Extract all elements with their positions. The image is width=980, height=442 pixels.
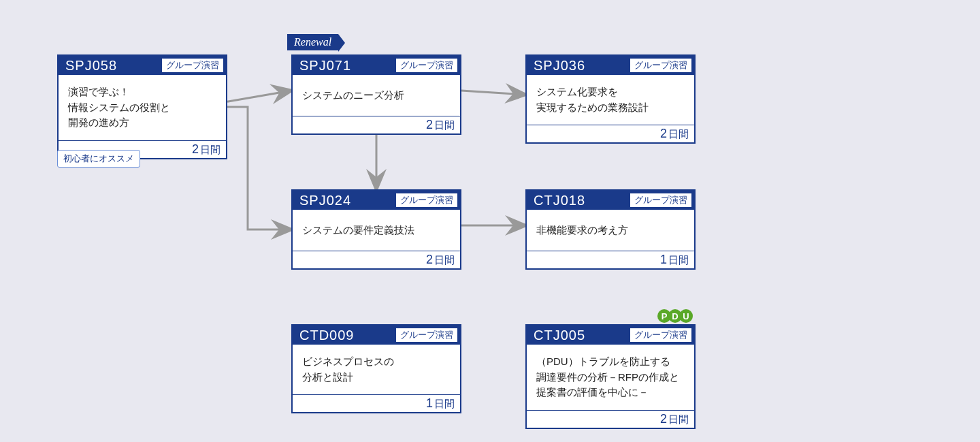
- course-duration: 2日間: [527, 125, 694, 142]
- connector-spj058-spj024: [227, 107, 291, 230]
- course-code: SPJ058: [65, 58, 117, 74]
- course-title: システムの要件定義技法: [293, 210, 460, 251]
- course-duration: 2日間: [527, 410, 694, 428]
- course-code: CTJ018: [534, 193, 585, 208]
- connector-spj058-spj071: [227, 91, 291, 101]
- course-duration: 1日間: [293, 394, 460, 412]
- duration-number: 1: [426, 396, 433, 410]
- card-head: SPJ036グループ演習: [527, 56, 694, 75]
- course-title: （PDU）トラブルを防止する調達要件の分析－RFPの作成と提案書の評価を中心に－: [527, 345, 694, 410]
- course-code: SPJ071: [299, 58, 351, 74]
- duration-unit: 日間: [668, 128, 689, 140]
- course-code: SPJ024: [299, 193, 351, 208]
- duration-number: 2: [660, 127, 667, 140]
- tag-group-exercise: グループ演習: [162, 59, 223, 72]
- course-card-ctj018[interactable]: CTJ018グループ演習非機能要求の考え方1日間: [525, 189, 696, 270]
- duration-number: 2: [192, 142, 199, 156]
- duration-number: 1: [660, 253, 667, 266]
- course-card-spj071[interactable]: RenewalSPJ071グループ演習システムのニーズ分析2日間: [291, 54, 461, 135]
- card-head: SPJ071グループ演習: [293, 56, 460, 75]
- card-head: SPJ058グループ演習: [59, 56, 226, 75]
- card-head: CTD009グループ演習: [293, 326, 460, 345]
- card-head: CTJ005グループ演習: [527, 326, 694, 345]
- duration-unit: 日間: [200, 144, 220, 155]
- badge-pdu-letter: U: [679, 309, 693, 323]
- duration-unit: 日間: [434, 254, 455, 266]
- duration-unit: 日間: [434, 119, 455, 131]
- tag-group-exercise: グループ演習: [630, 328, 691, 342]
- course-title: 演習で学ぶ！情報システムの役割と開発の進め方: [59, 75, 226, 140]
- course-duration: 2日間: [293, 116, 460, 133]
- course-code: CTJ005: [534, 328, 585, 343]
- connector-spj071-spj036: [461, 91, 525, 95]
- course-code: CTD009: [299, 328, 354, 343]
- badge-pdu: PDU: [660, 309, 693, 323]
- course-title: システムのニーズ分析: [293, 75, 460, 116]
- course-card-spj058[interactable]: SPJ058グループ演習演習で学ぶ！情報システムの役割と開発の進め方2日間初心者…: [57, 54, 227, 159]
- course-title: ビジネスプロセスの分析と設計: [293, 345, 460, 394]
- tag-group-exercise: グループ演習: [630, 59, 691, 72]
- course-card-spj024[interactable]: SPJ024グループ演習システムの要件定義技法2日間: [291, 189, 461, 270]
- course-duration: 2日間初心者にオススメ: [59, 140, 226, 158]
- duration-number: 2: [426, 118, 433, 131]
- duration-unit: 日間: [668, 413, 689, 425]
- course-title: システム化要求を実現するための業務設計: [527, 75, 694, 125]
- tag-group-exercise: グループ演習: [630, 193, 691, 207]
- duration-unit: 日間: [668, 254, 689, 266]
- badge-beginner: 初心者にオススメ: [57, 150, 140, 168]
- course-title: 非機能要求の考え方: [527, 210, 694, 251]
- badge-renewal: Renewal: [287, 34, 338, 50]
- tag-group-exercise: グループ演習: [396, 328, 457, 342]
- tag-group-exercise: グループ演習: [396, 193, 457, 207]
- tag-group-exercise: グループ演習: [396, 59, 457, 72]
- duration-unit: 日間: [434, 398, 455, 409]
- course-duration: 2日間: [293, 251, 460, 268]
- course-card-spj036[interactable]: SPJ036グループ演習システム化要求を実現するための業務設計2日間: [525, 54, 696, 144]
- course-card-ctd009[interactable]: CTD009グループ演習ビジネスプロセスの分析と設計1日間: [291, 324, 461, 413]
- duration-number: 2: [426, 253, 433, 266]
- card-head: SPJ024グループ演習: [293, 191, 460, 210]
- duration-number: 2: [660, 412, 667, 426]
- course-code: SPJ036: [534, 58, 585, 74]
- course-duration: 1日間: [527, 251, 694, 268]
- card-head: CTJ018グループ演習: [527, 191, 694, 210]
- course-card-ctj005[interactable]: PDUCTJ005グループ演習（PDU）トラブルを防止する調達要件の分析－RFP…: [525, 324, 696, 429]
